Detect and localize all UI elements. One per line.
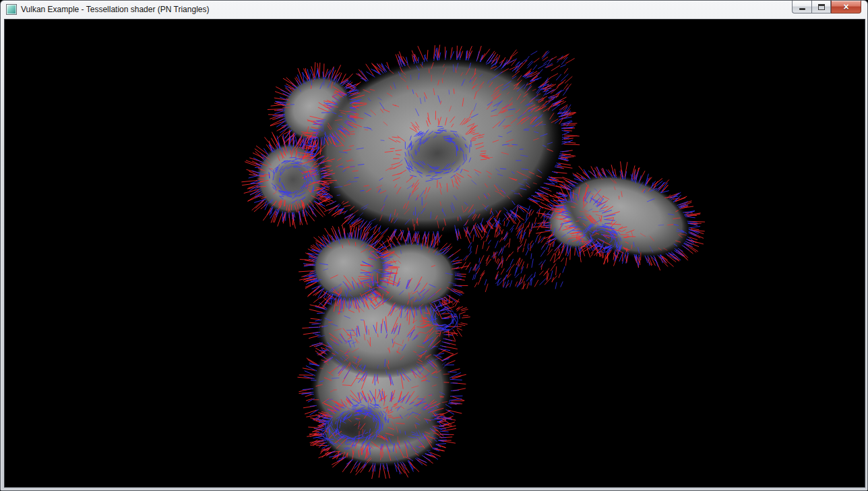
title-bar[interactable]: Vulkan Example - Tessellation shader (PN… [1,1,867,19]
minimize-button[interactable] [792,1,811,13]
client-area [5,20,865,487]
app-window: Vulkan Example - Tessellation shader (PN… [0,0,868,491]
minimize-icon [799,8,805,10]
maximize-button[interactable] [811,1,831,13]
window-title: Vulkan Example - Tessellation shader (PN… [21,5,209,14]
close-button[interactable]: × [831,1,861,13]
render-viewport[interactable] [5,20,865,487]
app-icon[interactable] [6,4,17,15]
maximize-icon [818,4,825,10]
caption-button-group: × [792,1,861,13]
close-icon: × [843,1,848,13]
